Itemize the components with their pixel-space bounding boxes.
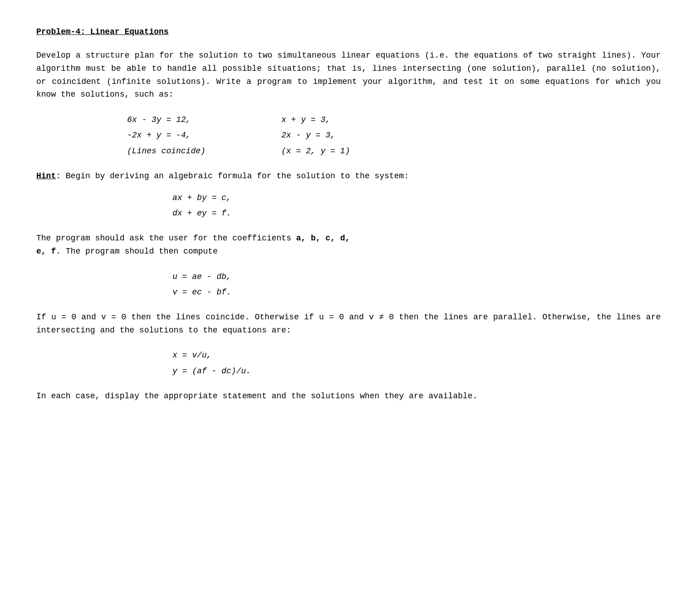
solution-x: x = v/u,: [172, 347, 661, 363]
problem-title: Problem-4: Linear Equations: [36, 27, 661, 36]
eq-left-line3: (Lines coincide): [127, 143, 227, 159]
closing-paragraph: In each case, display the appropriate st…: [36, 390, 661, 403]
intro-paragraph: Develop a structure plan for the solutio…: [36, 49, 661, 101]
eq-left-line1: 6x - 3y = 12,: [127, 112, 227, 127]
solution-y: y = (af - dc)/u.: [172, 363, 661, 379]
coeff-text1: The program should ask the user for the …: [36, 234, 296, 243]
coefficients-paragraph: The program should ask the user for the …: [36, 232, 661, 258]
eq-left-line2: -2x + y = -4,: [127, 127, 227, 143]
system-eq1: ax + by = c,: [172, 190, 661, 205]
coeff-text2: e, f: [36, 247, 56, 256]
formula-u: u = ae - db,: [172, 269, 661, 284]
logic-paragraph: If u = 0 and v = 0 then the lines coinci…: [36, 311, 661, 337]
hint-section: Hint: Begin by deriving an algebraic for…: [36, 170, 661, 183]
hint-colon-text: : Begin by deriving an algebraic formula…: [56, 171, 409, 181]
eq-right-line1: x + y = 3,: [281, 112, 372, 127]
system-eq2: dx + ey = f.: [172, 205, 661, 221]
formula-block: u = ae - db, v = ec - bf.: [36, 269, 661, 300]
hint-label: Hint: [36, 171, 56, 181]
system-equations: ax + by = c, dx + ey = f.: [36, 190, 661, 221]
equations-block: 6x - 3y = 12, -2x + y = -4, (Lines coinc…: [36, 112, 661, 159]
solution-block: x = v/u, y = (af - dc)/u.: [36, 347, 661, 378]
eq-right-line3: (x = 2, y = 1): [281, 143, 372, 159]
coeff-bold: a, b, c, d,: [296, 234, 350, 243]
eq-right-line2: 2x - y = 3,: [281, 127, 372, 143]
formula-v: v = ec - bf.: [172, 284, 661, 300]
coeff-text3: . The program should then compute: [56, 247, 217, 256]
